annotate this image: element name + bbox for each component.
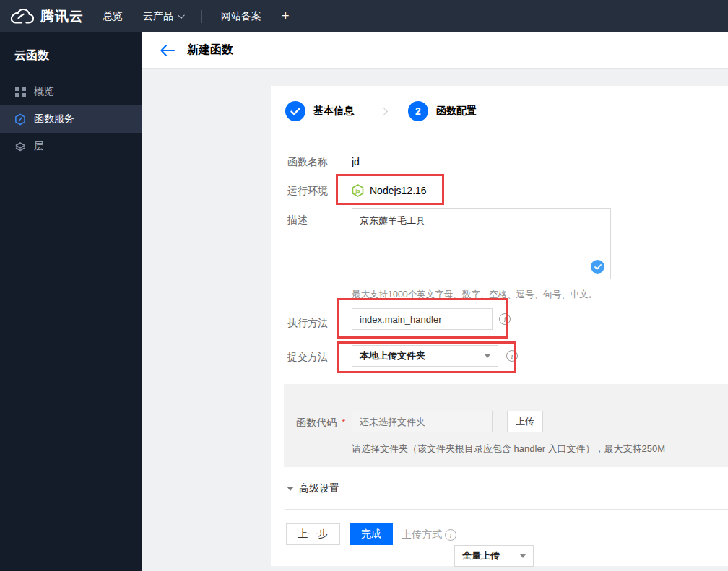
caret-down-icon — [485, 354, 490, 358]
divider — [285, 136, 728, 136]
nav-item-cloud-products[interactable]: 云产品 — [133, 10, 193, 23]
description-textarea[interactable]: 京东薅羊毛工具 — [352, 209, 610, 279]
svg-text:js: js — [355, 188, 360, 194]
handler-label: 执行方法 — [287, 317, 328, 330]
step1-label: 基本信息 — [313, 105, 354, 118]
step-indicator: 基本信息 2 函数配置 — [285, 101, 477, 121]
code-hint: 请选择文件夹（该文件夹根目录应包含 handler 入口文件），最大支持250M — [352, 443, 665, 456]
nav-separator — [202, 10, 202, 23]
back-arrow-icon[interactable] — [160, 45, 175, 56]
chevron-down-icon — [178, 12, 185, 19]
nav-item-website-icp[interactable]: 网站备案 — [211, 10, 272, 23]
upload-button[interactable]: 上传 — [507, 411, 543, 432]
upload-mode-select[interactable]: 全量上传 — [454, 545, 534, 567]
divider — [285, 509, 728, 510]
handler-field-wrap — [352, 308, 493, 330]
runtime-value: Nodejs12.16 — [370, 185, 427, 196]
step-chevron-icon — [378, 107, 388, 116]
upload-mode-info-icon[interactable]: i — [445, 529, 456, 541]
cloud-logo-icon — [11, 8, 34, 25]
function-code-label: 函数代码 * — [296, 417, 345, 430]
upload-mode-label-row: 上传方式 i — [402, 528, 456, 541]
step2-number-badge: 2 — [408, 101, 428, 121]
sidebar-item-label: 函数服务 — [34, 113, 74, 126]
layers-icon — [14, 141, 26, 152]
function-name-value: jd — [352, 156, 360, 167]
sidebar-title: 云函数 — [0, 32, 142, 78]
description-hint: 最大支持1000个英文字母、数字、空格、逗号、句号、中文。 — [352, 289, 597, 301]
page-title: 新建函数 — [187, 43, 233, 58]
top-navbar: 腾讯云 总览 云产品 网站备案 + — [0, 0, 728, 32]
sidebar: 云函数 概览 函数服务 层 — [0, 32, 142, 571]
submit-method-info-icon[interactable]: i — [506, 350, 518, 362]
sidebar-item-label: 概览 — [34, 85, 54, 98]
previous-step-button[interactable]: 上一步 — [286, 523, 340, 545]
submit-method-label: 提交方法 — [287, 351, 328, 364]
code-folder-field-wrap — [352, 411, 493, 432]
function-hexagon-icon — [14, 113, 26, 125]
sidebar-item-function-service[interactable]: 函数服务 — [0, 105, 142, 133]
handler-info-icon[interactable]: i — [499, 313, 511, 325]
submit-method-value: 本地上传文件夹 — [360, 349, 425, 362]
step1-done-check-icon — [285, 101, 306, 121]
step2-label: 函数配置 — [436, 105, 477, 118]
top-nav-menu: 总览 云产品 网站备案 + — [92, 9, 300, 24]
submit-method-select[interactable]: 本地上传文件夹 — [352, 345, 498, 367]
sidebar-item-overview[interactable]: 概览 — [0, 78, 142, 105]
upload-mode-value: 全量上传 — [462, 549, 500, 562]
runtime-value-row: js Nodejs12.16 — [352, 184, 427, 197]
sidebar-item-layers[interactable]: 层 — [0, 133, 142, 160]
triangle-down-icon — [287, 487, 294, 491]
add-nav-tab-button[interactable]: + — [272, 9, 300, 24]
new-function-form-card: 基本信息 2 函数配置 函数名称 jd 运行环境 js Nodejs12.16 … — [271, 86, 728, 566]
description-field-wrap: 京东薅羊毛工具 — [352, 208, 611, 279]
nodejs-icon: js — [352, 184, 364, 197]
required-asterisk: * — [342, 417, 345, 428]
grid-icon — [14, 86, 26, 97]
advanced-settings-toggle[interactable]: 高级设置 — [287, 482, 339, 495]
nav-item-overview[interactable]: 总览 — [92, 10, 133, 23]
brand-name: 腾讯云 — [40, 7, 84, 26]
valid-check-icon — [591, 260, 604, 274]
advanced-settings-label: 高级设置 — [299, 482, 339, 495]
tencent-cloud-logo[interactable]: 腾讯云 — [0, 7, 92, 26]
sidebar-item-label: 层 — [34, 140, 44, 153]
finish-button[interactable]: 完成 — [350, 523, 393, 545]
function-name-label: 函数名称 — [287, 156, 328, 169]
code-folder-input — [352, 411, 493, 432]
runtime-label: 运行环境 — [287, 185, 328, 198]
page-header: 新建函数 — [142, 32, 728, 69]
description-label: 描述 — [287, 214, 308, 227]
handler-input[interactable] — [352, 308, 493, 330]
caret-down-icon — [520, 554, 526, 558]
function-code-section: 函数代码 * 上传 请选择文件夹（该文件夹根目录应包含 handler 入口文件… — [284, 384, 728, 467]
